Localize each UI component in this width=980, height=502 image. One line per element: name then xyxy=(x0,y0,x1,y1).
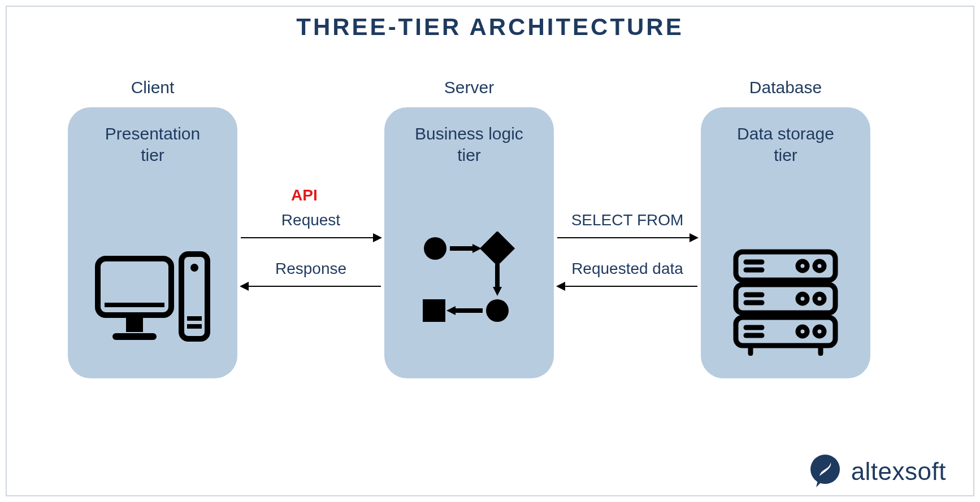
tier-label-server: Server xyxy=(384,78,554,97)
tier-box-server: Business logic tier xyxy=(384,107,554,378)
flow-label-response: Response xyxy=(243,260,379,278)
svg-point-21 xyxy=(798,261,807,270)
brand-name: altexsoft xyxy=(851,457,946,486)
arrow-server-to-database xyxy=(557,237,697,238)
tier-name-database: Data storage tier xyxy=(701,123,870,165)
svg-rect-2 xyxy=(126,316,143,332)
api-label: API xyxy=(291,186,318,204)
computer-icon xyxy=(68,248,237,356)
svg-point-14 xyxy=(486,299,509,322)
svg-rect-3 xyxy=(112,333,157,340)
arrow-server-to-client xyxy=(241,286,381,287)
svg-point-32 xyxy=(815,327,824,336)
svg-rect-6 xyxy=(187,316,202,321)
flow-label-request: Request xyxy=(243,211,379,229)
flow-label-requested-data: Requested data xyxy=(557,260,697,278)
arrow-database-to-server xyxy=(557,286,697,287)
arrow-client-to-server xyxy=(241,237,381,238)
svg-point-5 xyxy=(190,264,198,272)
svg-point-27 xyxy=(815,294,824,303)
svg-rect-7 xyxy=(187,324,202,329)
svg-marker-16 xyxy=(446,306,456,315)
diagram-title: THREE-TIER ARCHITECTURE xyxy=(0,14,980,41)
tier-label-database: Database xyxy=(701,78,870,97)
brand-logo-icon xyxy=(807,452,843,491)
tier-name-client: Presentation tier xyxy=(68,123,237,165)
tier-label-client: Client xyxy=(68,78,237,97)
svg-point-22 xyxy=(815,261,824,270)
tier-name-server: Business logic tier xyxy=(384,123,554,165)
flowchart-icon xyxy=(384,232,554,328)
flow-label-select: SELECT FROM xyxy=(557,211,697,229)
brand-logo: altexsoft xyxy=(807,452,946,491)
svg-rect-17 xyxy=(423,299,445,322)
tier-box-database: Data storage tier xyxy=(701,107,870,378)
svg-point-8 xyxy=(424,237,446,260)
svg-rect-11 xyxy=(480,232,515,266)
svg-point-26 xyxy=(798,294,807,303)
tier-box-client: Presentation tier xyxy=(68,107,237,378)
svg-rect-18 xyxy=(736,252,835,280)
server-rack-icon xyxy=(701,243,870,356)
svg-rect-28 xyxy=(736,317,835,346)
svg-point-31 xyxy=(798,327,807,336)
svg-rect-23 xyxy=(736,285,835,313)
svg-marker-13 xyxy=(493,287,502,296)
